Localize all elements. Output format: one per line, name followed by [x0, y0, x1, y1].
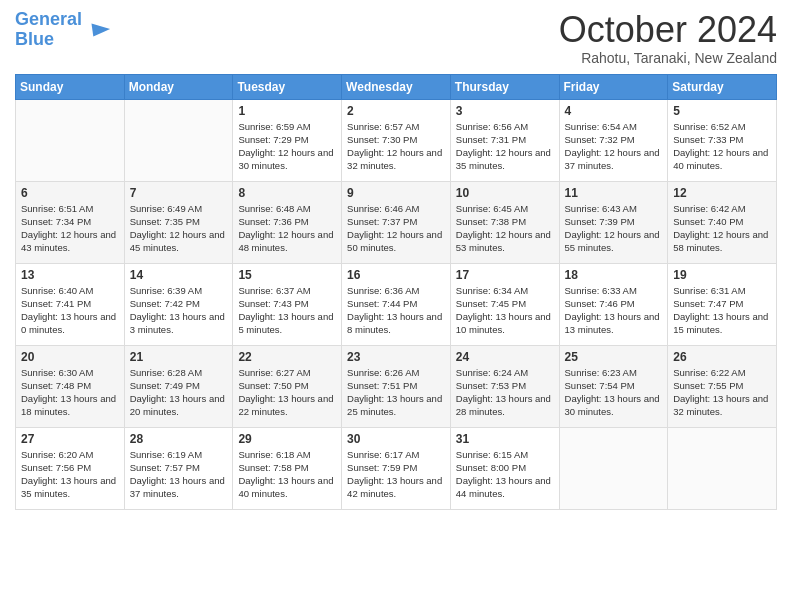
day-info: Sunrise: 6:48 AMSunset: 7:36 PMDaylight:…	[238, 202, 336, 255]
day-number: 2	[347, 104, 445, 118]
calendar-cell: 14Sunrise: 6:39 AMSunset: 7:42 PMDayligh…	[124, 263, 233, 345]
day-info: Sunrise: 6:28 AMSunset: 7:49 PMDaylight:…	[130, 366, 228, 419]
day-info: Sunrise: 6:42 AMSunset: 7:40 PMDaylight:…	[673, 202, 771, 255]
day-number: 28	[130, 432, 228, 446]
calendar-table: SundayMondayTuesdayWednesdayThursdayFrid…	[15, 74, 777, 510]
calendar-cell: 11Sunrise: 6:43 AMSunset: 7:39 PMDayligh…	[559, 181, 668, 263]
day-info: Sunrise: 6:43 AMSunset: 7:39 PMDaylight:…	[565, 202, 663, 255]
calendar-cell	[559, 427, 668, 509]
day-info: Sunrise: 6:40 AMSunset: 7:41 PMDaylight:…	[21, 284, 119, 337]
week-row-3: 13Sunrise: 6:40 AMSunset: 7:41 PMDayligh…	[16, 263, 777, 345]
day-info: Sunrise: 6:51 AMSunset: 7:34 PMDaylight:…	[21, 202, 119, 255]
day-number: 10	[456, 186, 554, 200]
calendar-cell: 1Sunrise: 6:59 AMSunset: 7:29 PMDaylight…	[233, 99, 342, 181]
day-number: 30	[347, 432, 445, 446]
calendar-cell: 8Sunrise: 6:48 AMSunset: 7:36 PMDaylight…	[233, 181, 342, 263]
day-info: Sunrise: 6:20 AMSunset: 7:56 PMDaylight:…	[21, 448, 119, 501]
weekday-header-thursday: Thursday	[450, 74, 559, 99]
day-info: Sunrise: 6:37 AMSunset: 7:43 PMDaylight:…	[238, 284, 336, 337]
calendar-cell: 12Sunrise: 6:42 AMSunset: 7:40 PMDayligh…	[668, 181, 777, 263]
weekday-header-wednesday: Wednesday	[342, 74, 451, 99]
header: GeneralBlue October 2024 Rahotu, Taranak…	[15, 10, 777, 66]
calendar-cell: 19Sunrise: 6:31 AMSunset: 7:47 PMDayligh…	[668, 263, 777, 345]
day-number: 24	[456, 350, 554, 364]
calendar-cell: 10Sunrise: 6:45 AMSunset: 7:38 PMDayligh…	[450, 181, 559, 263]
calendar-cell: 3Sunrise: 6:56 AMSunset: 7:31 PMDaylight…	[450, 99, 559, 181]
calendar-cell: 29Sunrise: 6:18 AMSunset: 7:58 PMDayligh…	[233, 427, 342, 509]
day-number: 20	[21, 350, 119, 364]
day-number: 4	[565, 104, 663, 118]
calendar-cell: 21Sunrise: 6:28 AMSunset: 7:49 PMDayligh…	[124, 345, 233, 427]
day-info: Sunrise: 6:52 AMSunset: 7:33 PMDaylight:…	[673, 120, 771, 173]
calendar-cell: 27Sunrise: 6:20 AMSunset: 7:56 PMDayligh…	[16, 427, 125, 509]
weekday-header-sunday: Sunday	[16, 74, 125, 99]
day-number: 11	[565, 186, 663, 200]
day-number: 15	[238, 268, 336, 282]
calendar-cell: 25Sunrise: 6:23 AMSunset: 7:54 PMDayligh…	[559, 345, 668, 427]
day-info: Sunrise: 6:18 AMSunset: 7:58 PMDaylight:…	[238, 448, 336, 501]
calendar-cell: 18Sunrise: 6:33 AMSunset: 7:46 PMDayligh…	[559, 263, 668, 345]
calendar-cell: 7Sunrise: 6:49 AMSunset: 7:35 PMDaylight…	[124, 181, 233, 263]
week-row-1: 1Sunrise: 6:59 AMSunset: 7:29 PMDaylight…	[16, 99, 777, 181]
location-subtitle: Rahotu, Taranaki, New Zealand	[559, 50, 777, 66]
day-info: Sunrise: 6:17 AMSunset: 7:59 PMDaylight:…	[347, 448, 445, 501]
calendar-cell	[16, 99, 125, 181]
calendar-cell: 17Sunrise: 6:34 AMSunset: 7:45 PMDayligh…	[450, 263, 559, 345]
day-info: Sunrise: 6:57 AMSunset: 7:30 PMDaylight:…	[347, 120, 445, 173]
day-number: 3	[456, 104, 554, 118]
day-info: Sunrise: 6:19 AMSunset: 7:57 PMDaylight:…	[130, 448, 228, 501]
day-number: 27	[21, 432, 119, 446]
day-number: 26	[673, 350, 771, 364]
day-info: Sunrise: 6:49 AMSunset: 7:35 PMDaylight:…	[130, 202, 228, 255]
day-info: Sunrise: 6:27 AMSunset: 7:50 PMDaylight:…	[238, 366, 336, 419]
day-info: Sunrise: 6:24 AMSunset: 7:53 PMDaylight:…	[456, 366, 554, 419]
day-info: Sunrise: 6:54 AMSunset: 7:32 PMDaylight:…	[565, 120, 663, 173]
day-info: Sunrise: 6:34 AMSunset: 7:45 PMDaylight:…	[456, 284, 554, 337]
calendar-cell: 31Sunrise: 6:15 AMSunset: 8:00 PMDayligh…	[450, 427, 559, 509]
logo-text: GeneralBlue	[15, 10, 82, 50]
day-number: 25	[565, 350, 663, 364]
calendar-cell: 26Sunrise: 6:22 AMSunset: 7:55 PMDayligh…	[668, 345, 777, 427]
calendar-cell: 15Sunrise: 6:37 AMSunset: 7:43 PMDayligh…	[233, 263, 342, 345]
day-number: 17	[456, 268, 554, 282]
day-number: 7	[130, 186, 228, 200]
day-info: Sunrise: 6:36 AMSunset: 7:44 PMDaylight:…	[347, 284, 445, 337]
month-title: October 2024	[559, 10, 777, 50]
day-info: Sunrise: 6:39 AMSunset: 7:42 PMDaylight:…	[130, 284, 228, 337]
page: GeneralBlue October 2024 Rahotu, Taranak…	[0, 0, 792, 612]
calendar-cell	[124, 99, 233, 181]
calendar-cell: 5Sunrise: 6:52 AMSunset: 7:33 PMDaylight…	[668, 99, 777, 181]
calendar-cell: 6Sunrise: 6:51 AMSunset: 7:34 PMDaylight…	[16, 181, 125, 263]
day-number: 12	[673, 186, 771, 200]
calendar-cell: 22Sunrise: 6:27 AMSunset: 7:50 PMDayligh…	[233, 345, 342, 427]
logo: GeneralBlue	[15, 10, 112, 50]
day-number: 9	[347, 186, 445, 200]
day-number: 21	[130, 350, 228, 364]
day-number: 18	[565, 268, 663, 282]
weekday-header-monday: Monday	[124, 74, 233, 99]
calendar-cell: 9Sunrise: 6:46 AMSunset: 7:37 PMDaylight…	[342, 181, 451, 263]
day-info: Sunrise: 6:23 AMSunset: 7:54 PMDaylight:…	[565, 366, 663, 419]
day-info: Sunrise: 6:56 AMSunset: 7:31 PMDaylight:…	[456, 120, 554, 173]
day-number: 6	[21, 186, 119, 200]
day-number: 16	[347, 268, 445, 282]
svg-marker-0	[92, 23, 111, 36]
day-number: 13	[21, 268, 119, 282]
calendar-cell: 16Sunrise: 6:36 AMSunset: 7:44 PMDayligh…	[342, 263, 451, 345]
day-info: Sunrise: 6:30 AMSunset: 7:48 PMDaylight:…	[21, 366, 119, 419]
calendar-cell: 2Sunrise: 6:57 AMSunset: 7:30 PMDaylight…	[342, 99, 451, 181]
day-number: 8	[238, 186, 336, 200]
day-number: 14	[130, 268, 228, 282]
day-info: Sunrise: 6:59 AMSunset: 7:29 PMDaylight:…	[238, 120, 336, 173]
day-number: 1	[238, 104, 336, 118]
title-area: October 2024 Rahotu, Taranaki, New Zeala…	[559, 10, 777, 66]
calendar-cell: 20Sunrise: 6:30 AMSunset: 7:48 PMDayligh…	[16, 345, 125, 427]
weekday-header-saturday: Saturday	[668, 74, 777, 99]
week-row-4: 20Sunrise: 6:30 AMSunset: 7:48 PMDayligh…	[16, 345, 777, 427]
calendar-cell: 28Sunrise: 6:19 AMSunset: 7:57 PMDayligh…	[124, 427, 233, 509]
calendar-cell: 13Sunrise: 6:40 AMSunset: 7:41 PMDayligh…	[16, 263, 125, 345]
day-number: 31	[456, 432, 554, 446]
day-number: 19	[673, 268, 771, 282]
day-info: Sunrise: 6:46 AMSunset: 7:37 PMDaylight:…	[347, 202, 445, 255]
calendar-cell	[668, 427, 777, 509]
